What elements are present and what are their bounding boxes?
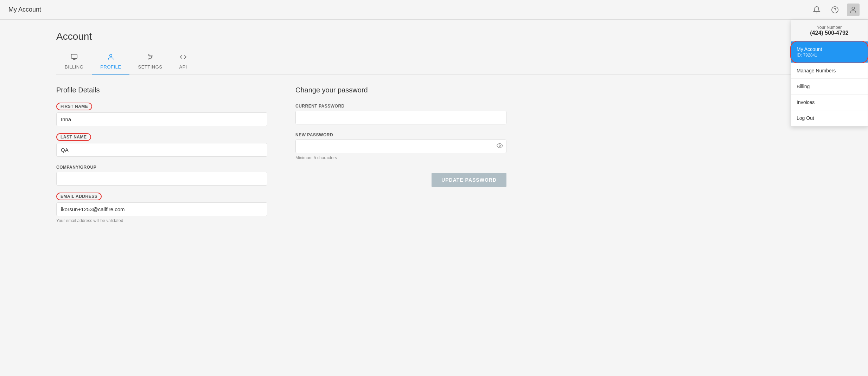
dropdown-my-account-label: My Account <box>797 46 862 52</box>
settings-icon <box>147 53 154 62</box>
current-password-input[interactable] <box>295 111 506 124</box>
svg-point-8 <box>148 54 149 56</box>
dropdown-item-billing[interactable]: Billing <box>791 79 868 95</box>
email-group: EMAIL ADDRESS Your email address will be… <box>56 193 267 223</box>
profile-section-title: Profile Details <box>56 86 267 94</box>
dropdown-logout-label: Log Out <box>797 115 814 121</box>
svg-point-9 <box>151 56 152 57</box>
current-password-group: CURRENT PASSWORD <box>295 103 506 124</box>
first-name-group: FIRST NAME <box>56 103 267 126</box>
main-content: Account BILLING PROFILE <box>0 20 868 241</box>
tab-settings[interactable]: SETTINGS <box>129 51 171 74</box>
tab-profile-label: PROFILE <box>100 64 121 70</box>
password-section-title: Change your password <box>295 86 506 94</box>
notifications-bell-button[interactable] <box>810 4 823 16</box>
tab-api-label: API <box>179 64 187 70</box>
dropdown-item-invoices[interactable]: Invoices <box>791 95 868 110</box>
dropdown-billing-label: Billing <box>797 84 810 89</box>
svg-point-2 <box>852 7 854 9</box>
first-name-label: FIRST NAME <box>56 103 92 110</box>
update-password-button[interactable]: UPDATE PASSWORD <box>432 173 506 187</box>
form-columns: Profile Details FIRST NAME LAST NAME COM… <box>56 86 812 230</box>
dropdown-phone-section: Your Number (424) 500-4792 <box>791 20 868 41</box>
dropdown-item-my-account[interactable]: My Account ID: 792841 <box>791 41 868 63</box>
current-password-label: CURRENT PASSWORD <box>295 104 345 109</box>
new-password-input[interactable] <box>295 140 506 153</box>
api-icon <box>180 53 187 62</box>
dropdown-account-id: ID: 792841 <box>797 53 862 58</box>
tab-api[interactable]: API <box>171 51 196 74</box>
profile-icon <box>107 53 114 62</box>
your-number-label: Your Number <box>797 25 862 30</box>
dropdown-invoices-label: Invoices <box>797 99 815 105</box>
new-password-group: NEW PASSWORD Minimum 5 characters <box>295 131 506 160</box>
last-name-input[interactable] <box>56 143 267 157</box>
dropdown-item-logout[interactable]: Log Out <box>791 110 868 126</box>
password-section: Change your password CURRENT PASSWORD NE… <box>295 86 506 230</box>
phone-number: (424) 500-4792 <box>797 30 862 36</box>
svg-point-4 <box>110 54 112 57</box>
first-name-input[interactable] <box>56 112 267 126</box>
tab-billing-label: BILLING <box>65 64 83 70</box>
svg-point-10 <box>148 58 149 59</box>
svg-point-0 <box>832 6 838 13</box>
profile-section: Profile Details FIRST NAME LAST NAME COM… <box>56 86 267 230</box>
email-hint: Your email address will be validated <box>56 218 267 223</box>
company-group: COMPANY/GROUP <box>56 164 267 186</box>
password-toggle-button[interactable] <box>497 142 503 150</box>
billing-icon <box>71 53 78 62</box>
new-password-label: NEW PASSWORD <box>295 132 333 137</box>
new-password-hint: Minimum 5 characters <box>295 155 506 160</box>
last-name-group: LAST NAME <box>56 133 267 157</box>
svg-rect-3 <box>71 54 77 59</box>
new-password-wrapper <box>295 140 506 153</box>
company-input[interactable] <box>56 172 267 186</box>
tab-profile[interactable]: PROFILE <box>92 51 129 74</box>
tab-billing[interactable]: BILLING <box>56 51 92 74</box>
company-label: COMPANY/GROUP <box>56 165 96 170</box>
tab-settings-label: SETTINGS <box>138 64 162 70</box>
header: My Account <box>0 0 868 20</box>
help-button[interactable] <box>829 4 841 16</box>
dropdown-item-manage-numbers[interactable]: Manage Numbers <box>791 63 868 79</box>
user-dropdown-menu: Your Number (424) 500-4792 My Account ID… <box>791 20 868 127</box>
dropdown-manage-numbers-label: Manage Numbers <box>797 68 836 73</box>
header-icons <box>810 4 860 16</box>
email-input[interactable] <box>56 202 267 216</box>
last-name-label: LAST NAME <box>56 133 91 141</box>
account-heading: Account <box>56 31 812 42</box>
user-menu-button[interactable] <box>847 4 860 16</box>
email-label: EMAIL ADDRESS <box>56 193 102 200</box>
svg-point-11 <box>499 145 501 147</box>
page-title: My Account <box>8 6 41 13</box>
tabs-nav: BILLING PROFILE <box>56 51 812 75</box>
